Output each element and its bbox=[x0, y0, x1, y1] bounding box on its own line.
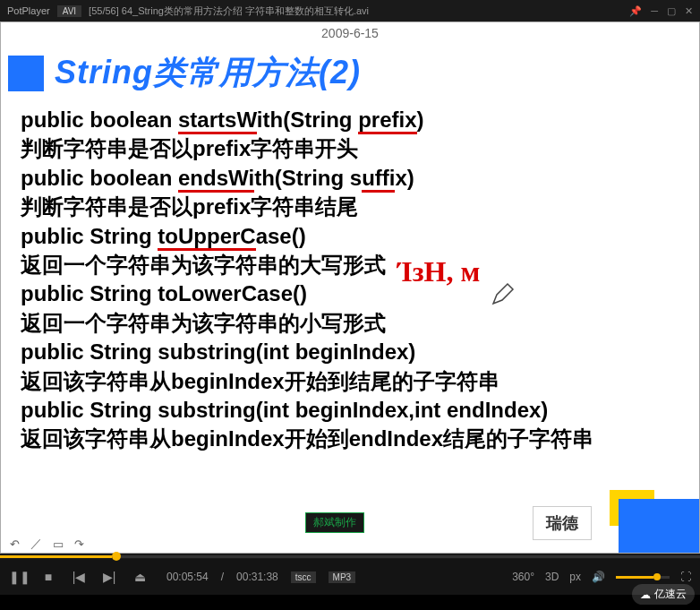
slide-content: public boolean startsWith(String prefix)… bbox=[1, 106, 699, 454]
controls-bar: ❚❚ ■ |◀ ▶| ⏏ 00:05:54 / 00:31:38 tscc MP… bbox=[0, 559, 700, 595]
volume-slider[interactable] bbox=[616, 576, 670, 579]
cloud-icon: ☁ bbox=[640, 589, 651, 601]
codec-badge: tscc bbox=[291, 571, 316, 583]
titlebar: PotPlayer AVI [55/56] 64_String类的常用方法介绍 … bbox=[0, 0, 700, 21]
audio-badge: MP3 bbox=[329, 571, 356, 583]
volume-icon[interactable]: 🔊 bbox=[592, 571, 605, 583]
prev-button[interactable]: |◀ bbox=[70, 570, 88, 584]
stop-button[interactable]: ■ bbox=[39, 570, 57, 584]
mode-3d[interactable]: 3D bbox=[545, 571, 559, 583]
credit-label: 郝斌制作 bbox=[305, 512, 364, 533]
window-title: [55/56] 64_String类的常用方法介绍 字符串和整数的相互转化.av… bbox=[89, 4, 629, 18]
slide-heading: String类常用方法(2) bbox=[55, 51, 361, 95]
window-buttons: 📌 ─ ▢ ✕ bbox=[629, 5, 693, 17]
annotation-toolbar: ↶ ／ ▭ ↷ bbox=[1, 535, 93, 553]
time-duration: 00:31:38 bbox=[236, 571, 278, 583]
maximize-icon[interactable]: ▢ bbox=[667, 5, 676, 17]
play-button[interactable]: ❚❚ bbox=[9, 570, 27, 584]
slide-date: 2009-6-15 bbox=[1, 22, 699, 44]
mode-360[interactable]: 360° bbox=[512, 571, 534, 583]
app-name: PotPlayer bbox=[7, 5, 50, 16]
video-area[interactable]: 2009-6-15 String类常用方法(2) public boolean … bbox=[0, 21, 700, 554]
pencil-cursor-icon bbox=[491, 282, 515, 305]
handwriting-annotation: ΊзΗ, м bbox=[397, 255, 480, 288]
brand-label: 瑞德 bbox=[533, 506, 592, 540]
minimize-icon[interactable]: ─ bbox=[651, 5, 658, 17]
eject-button[interactable]: ⏏ bbox=[131, 570, 149, 584]
progress-bar[interactable] bbox=[0, 554, 700, 559]
time-sep: / bbox=[221, 571, 224, 583]
redo-icon[interactable]: ↷ bbox=[74, 537, 84, 551]
mode-px[interactable]: px bbox=[569, 571, 581, 583]
next-button[interactable]: ▶| bbox=[100, 570, 118, 584]
slide-title-row: String类常用方法(2) bbox=[1, 44, 699, 106]
format-badge: AVI bbox=[57, 5, 81, 17]
close-icon[interactable]: ✕ bbox=[685, 5, 693, 17]
time-current: 00:05:54 bbox=[166, 571, 209, 583]
title-square-icon bbox=[8, 56, 44, 91]
pen-icon[interactable]: ／ bbox=[30, 536, 42, 552]
undo-icon[interactable]: ↶ bbox=[10, 537, 20, 551]
pin-icon[interactable]: 📌 bbox=[629, 5, 642, 17]
watermark-logo: ☁ 亿速云 bbox=[632, 584, 695, 605]
fullscreen-button[interactable]: ⛶ bbox=[680, 571, 691, 583]
rect-icon[interactable]: ▭ bbox=[53, 537, 64, 551]
